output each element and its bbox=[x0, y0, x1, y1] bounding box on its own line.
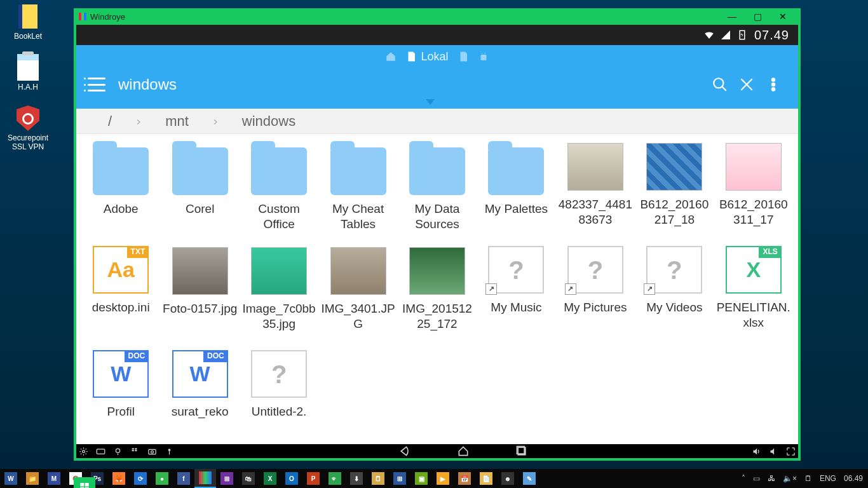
svg-point-12 bbox=[116, 449, 119, 452]
keyboard-icon[interactable] bbox=[96, 447, 105, 456]
file-item-custom-office[interactable]: Custom Office bbox=[240, 143, 318, 247]
taskbar-app[interactable]: ᯤ bbox=[324, 469, 346, 488]
taskbar-app[interactable]: X bbox=[259, 469, 281, 488]
taskbar-app[interactable]: ☻ bbox=[497, 469, 519, 488]
svg-rect-14 bbox=[149, 449, 156, 454]
shortcut-badge-icon: ↗ bbox=[565, 283, 576, 295]
folder-icon bbox=[251, 147, 307, 195]
network-icon[interactable]: 🖧 bbox=[768, 474, 775, 483]
volume-icon[interactable] bbox=[769, 447, 778, 456]
taskbar-app[interactable]: f bbox=[173, 469, 194, 488]
android-back-icon[interactable] bbox=[398, 445, 412, 458]
taskbar-app[interactable]: ▣ bbox=[410, 469, 432, 488]
taskbar-clock[interactable]: 06.49 bbox=[844, 474, 863, 483]
overflow-button[interactable] bbox=[760, 71, 787, 98]
breadcrumb: / mnt windows bbox=[76, 109, 798, 134]
file-item-my-music[interactable]: ?↗My Music bbox=[477, 247, 555, 351]
file-item-xlsx[interactable]: XLSXPENELITIAN.xlsx bbox=[714, 247, 793, 351]
svg-line-4 bbox=[722, 86, 726, 91]
file-item-my-videos[interactable]: ?↗My Videos bbox=[635, 247, 714, 351]
volume-mute-icon[interactable]: 🔈× bbox=[783, 474, 797, 483]
svg-point-1 bbox=[482, 53, 483, 54]
file-item-image[interactable]: B612_20160217_18 bbox=[635, 143, 714, 247]
breadcrumb-seg[interactable]: windows bbox=[242, 113, 295, 130]
battery-icon[interactable]: ▭ bbox=[753, 474, 760, 483]
android-home-icon[interactable] bbox=[456, 445, 470, 458]
taskbar-app[interactable]: M bbox=[43, 469, 65, 488]
file-item-desktop-ini[interactable]: TXTAadesktop.ini bbox=[81, 247, 160, 351]
file-item-corel[interactable]: Corel bbox=[160, 143, 239, 247]
file-item-image[interactable]: B612_20160311_17 bbox=[714, 143, 793, 247]
taskbar-app[interactable]: ● bbox=[151, 469, 173, 488]
file-label: surat_reko bbox=[172, 404, 229, 419]
sdcard-icon bbox=[405, 51, 417, 62]
file-item-my-pictures[interactable]: ?↗My Pictures bbox=[556, 247, 635, 351]
toolbar-dropdown-indicator[interactable] bbox=[76, 101, 798, 109]
dropbox-icon[interactable] bbox=[130, 447, 140, 456]
start-button[interactable] bbox=[74, 477, 95, 488]
maximize-button[interactable]: ▢ bbox=[745, 10, 770, 23]
taskbar-app[interactable]: 🦊 bbox=[108, 469, 130, 488]
home-icon[interactable] bbox=[385, 51, 397, 62]
flower-icon[interactable] bbox=[165, 447, 174, 456]
close-button[interactable]: ✕ bbox=[770, 10, 796, 23]
file-item-image[interactable]: Image_7c0bb35.jpg bbox=[240, 247, 318, 351]
desktop-icon-booklet[interactable]: BookLet bbox=[4, 4, 52, 41]
cancel-button[interactable] bbox=[733, 71, 760, 98]
taskbar-app[interactable]: ▶ bbox=[432, 469, 454, 488]
file-item-unknown[interactable]: ?Untitled-2. bbox=[240, 351, 318, 444]
taskbar-app[interactable]: 📄 bbox=[475, 469, 497, 488]
android-icon[interactable] bbox=[478, 51, 489, 62]
taskbar-app[interactable]: ✎ bbox=[519, 469, 540, 488]
taskbar-app[interactable]: ⊞ bbox=[389, 469, 410, 488]
file-item-data-sources[interactable]: My Data Sources bbox=[398, 143, 477, 247]
sdcard-muted-icon[interactable] bbox=[458, 51, 469, 62]
android-recent-icon[interactable] bbox=[515, 445, 529, 458]
system-tray: ˄ ▭ 🖧 🔈× 🗒 ENG 06.49 bbox=[742, 474, 868, 483]
folder-icon bbox=[172, 147, 228, 195]
file-item-image[interactable]: IMG_3401.JPG bbox=[318, 247, 397, 351]
file-item-adobe[interactable]: Adobe bbox=[81, 143, 160, 247]
fullscreen-icon[interactable] bbox=[786, 447, 796, 456]
taskbar-app[interactable]: 📁 bbox=[22, 469, 43, 488]
tab-local[interactable]: Lokal bbox=[405, 50, 448, 64]
desktop-icon-hah[interactable]: H.A.H bbox=[4, 55, 52, 92]
taskbar-app[interactable]: ⟳ bbox=[130, 469, 151, 488]
language-indicator[interactable]: ENG bbox=[820, 474, 836, 483]
file-item-doc[interactable]: DOCWProfil bbox=[81, 351, 160, 444]
menu-drawer-icon[interactable] bbox=[88, 78, 105, 92]
file-item-cheat-tables[interactable]: My Cheat Tables bbox=[318, 143, 397, 247]
file-label: 482337_448183673 bbox=[558, 197, 633, 227]
image-thumb bbox=[330, 247, 386, 295]
file-item-doc[interactable]: DOCWsurat_reko bbox=[160, 351, 239, 444]
breadcrumb-seg[interactable]: mnt bbox=[165, 113, 189, 130]
file-item-my-palettes[interactable]: My Palettes bbox=[477, 143, 555, 247]
taskbar-app[interactable]: ⊞ bbox=[216, 469, 238, 488]
window-titlebar[interactable]: Windroye — ▢ ✕ bbox=[75, 10, 799, 24]
taskbar-app[interactable]: 🗒 bbox=[367, 469, 389, 488]
svg-point-10 bbox=[83, 450, 85, 452]
bulb-icon[interactable] bbox=[113, 447, 123, 456]
folder-icon bbox=[93, 147, 149, 195]
taskbar-app[interactable]: ⬇ bbox=[346, 469, 367, 488]
desktop-icon-label: BookLet bbox=[4, 32, 52, 41]
taskbar-app[interactable]: W bbox=[0, 469, 22, 488]
taskbar-app-windroye[interactable] bbox=[194, 469, 216, 488]
taskbar-app[interactable]: P bbox=[302, 469, 324, 488]
taskbar-app[interactable]: O bbox=[281, 469, 302, 488]
taskbar-app[interactable]: 📅 bbox=[454, 469, 475, 488]
file-item-image[interactable]: IMG_20151225_172 bbox=[398, 247, 477, 351]
search-button[interactable] bbox=[707, 71, 733, 98]
desktop-icon-sslvpn[interactable]: Securepoint SSL VPN bbox=[4, 105, 52, 151]
camera-icon[interactable] bbox=[147, 447, 157, 456]
gear-icon[interactable] bbox=[79, 447, 88, 456]
tray-overflow-icon[interactable]: ˄ bbox=[742, 474, 745, 483]
volume-up-icon[interactable] bbox=[752, 447, 761, 456]
file-item-image[interactable]: 482337_448183673 bbox=[556, 143, 635, 247]
minimize-button[interactable]: — bbox=[719, 10, 745, 23]
file-item-image[interactable]: Foto-0157.jpg bbox=[160, 247, 239, 351]
taskbar-app[interactable]: 🛍 bbox=[238, 469, 259, 488]
breadcrumb-root[interactable]: / bbox=[108, 113, 112, 130]
notes-tray-icon[interactable]: 🗒 bbox=[804, 474, 812, 483]
doc-file-icon: DOCW bbox=[172, 350, 228, 398]
